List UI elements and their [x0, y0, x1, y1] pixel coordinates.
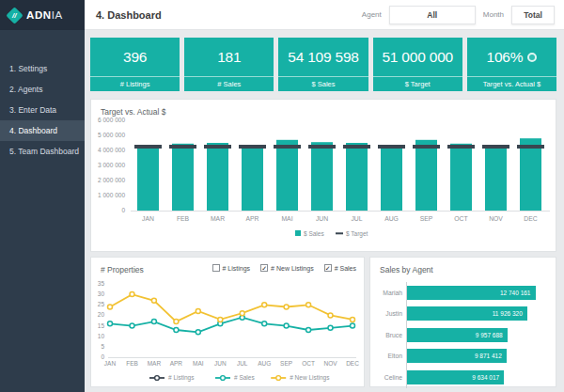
target-marker-SEP — [413, 145, 440, 149]
agent-sales-value: 9 871 412 — [475, 353, 507, 359]
x-tick: JUN — [214, 360, 227, 367]
properties-panel: # Properties # Listings ✓# New Listings … — [90, 257, 365, 387]
data-point — [130, 323, 134, 328]
agent-filter-label: Agent — [362, 10, 382, 19]
y-tick: 0 — [101, 353, 104, 360]
sales-bar-JUL — [346, 143, 368, 211]
data-point — [306, 303, 311, 307]
sidebar-item-3[interactable]: 3. Enter Data — [0, 100, 85, 120]
logo: // ADNIA — [0, 0, 85, 30]
target-marker-MAI — [274, 145, 301, 149]
app-root: // ADNIA 1. Settings2. Agents3. Enter Da… — [0, 0, 564, 392]
agent-sales-bar: 9 957 688 — [407, 328, 508, 342]
page-title: 4. Dashboard — [85, 9, 162, 21]
legend-label: # Sales — [234, 374, 255, 381]
y-tick: 10 — [98, 333, 105, 339]
sidebar-item-4[interactable]: 4. Dashboard — [0, 120, 85, 141]
data-point — [328, 325, 333, 330]
data-point — [351, 317, 355, 321]
x-tick: AUG — [258, 360, 271, 367]
sales-bar-APR — [242, 145, 263, 211]
checkbox-listings[interactable]: # Listings — [212, 264, 251, 272]
target-vs-actual-panel: Target vs. Actual $ 01 000 0002 000 0003… — [90, 99, 556, 252]
data-point — [328, 313, 333, 318]
agent-plot: 11 926 320 — [406, 304, 548, 325]
checkbox-icon[interactable]: ✓ — [324, 264, 332, 272]
x-tick: DEC — [346, 360, 359, 367]
sales-bar-MAR — [207, 143, 228, 211]
data-point — [196, 330, 200, 335]
agent-row: Celine 9 634 017 — [380, 367, 548, 388]
legend-target-icon — [336, 232, 343, 234]
agent-name: Bruce — [380, 332, 406, 338]
bottom-row: # Properties # Listings ✓# New Listings … — [90, 257, 556, 387]
agent-filter-select[interactable]: All — [389, 6, 476, 24]
data-point — [108, 321, 113, 326]
x-tick: FEB — [177, 215, 190, 222]
target-chart-title: Target vs. Actual $ — [91, 100, 556, 117]
x-tick: NOV — [323, 360, 337, 367]
target-marker-OCT — [447, 145, 475, 149]
y-tick: 6 000 000 — [98, 117, 125, 123]
logo-text: ADNIA — [26, 9, 63, 21]
x-tick: APR — [246, 215, 259, 222]
target-marker-FEB — [169, 145, 196, 149]
x-tick: MAI — [193, 360, 204, 367]
kpi-row: 396 # Listings 181 # Sales 54 109 598 $ … — [90, 38, 556, 91]
sales-bar-DEC — [520, 138, 541, 211]
x-tick: DEC — [524, 215, 537, 222]
series-line — [110, 294, 352, 321]
kpi-value: 54 109 598 — [278, 38, 368, 76]
agent-plot: 9 957 688 — [406, 324, 548, 346]
month-filter-select[interactable]: Total — [511, 6, 555, 24]
checkbox-icon[interactable]: ✓ — [260, 264, 268, 272]
legend-target-label: $ Target — [346, 230, 368, 238]
legend-sales-label: $ Sales — [304, 230, 324, 237]
agent-row: Bruce 9 957 688 — [380, 324, 548, 346]
sales-bar-NOV — [485, 146, 507, 211]
data-point — [151, 320, 156, 324]
x-tick: JAN — [142, 215, 154, 222]
x-tick: OCT — [454, 215, 467, 222]
sidebar-item-1[interactable]: 1. Settings — [0, 58, 85, 79]
kpi-card: 396 # Listings — [90, 38, 180, 91]
target-marker-APR — [239, 145, 266, 149]
agent-row: Elton 9 871 412 — [380, 346, 548, 368]
checkbox-sales[interactable]: ✓# Sales — [324, 264, 356, 272]
target-marker-DEC — [517, 145, 544, 149]
checkbox-newlistings[interactable]: ✓# New Listings — [260, 264, 314, 272]
legend-sales-icon — [295, 230, 301, 236]
y-tick: 5 — [101, 343, 104, 350]
sidebar-item-5[interactable]: 5. Team Dashboard — [0, 141, 85, 162]
kpi-card: 181 # Sales — [184, 38, 274, 91]
x-tick: SEP — [280, 360, 292, 367]
filters: Agent All Month Total — [362, 6, 564, 24]
data-point — [262, 321, 267, 326]
agent-sales-bar: 11 926 320 — [407, 306, 527, 321]
kpi-label: $ Sales — [278, 76, 368, 91]
series-line — [110, 318, 352, 333]
x-tick: JUL — [237, 360, 248, 367]
agent-sales-bar: 12 740 161 — [407, 286, 536, 300]
agent-chart-title: Sales by Agent — [370, 258, 556, 274]
target-vs-actual-chart: 01 000 0002 000 0003 000 0004 000 0005 0… — [91, 117, 556, 250]
agent-name: Elton — [380, 353, 406, 359]
kpi-label: # Sales — [184, 76, 274, 91]
x-tick: MAR — [211, 215, 225, 222]
main-content: 396 # Listings 181 # Sales 54 109 598 $ … — [85, 30, 564, 392]
agent-sales-bar: 9 871 412 — [407, 349, 507, 363]
agent-name: Mariah — [380, 290, 406, 296]
data-point — [108, 305, 113, 309]
sidebar-item-2[interactable]: 2. Agents — [0, 79, 85, 100]
y-tick: 35 — [98, 280, 105, 287]
y-tick: 2 000 000 — [98, 177, 125, 183]
x-tick: JAN — [104, 360, 117, 367]
kpi-card: 51 000 000 $ Target — [373, 38, 462, 91]
x-tick: AUG — [384, 215, 399, 222]
checkbox-icon[interactable] — [212, 264, 220, 272]
status-indicator-icon — [527, 53, 537, 62]
data-point — [196, 309, 200, 314]
x-tick: SEP — [420, 215, 433, 222]
agent-sales-value: 12 740 161 — [500, 290, 536, 296]
legend-marker-icon — [276, 376, 281, 381]
